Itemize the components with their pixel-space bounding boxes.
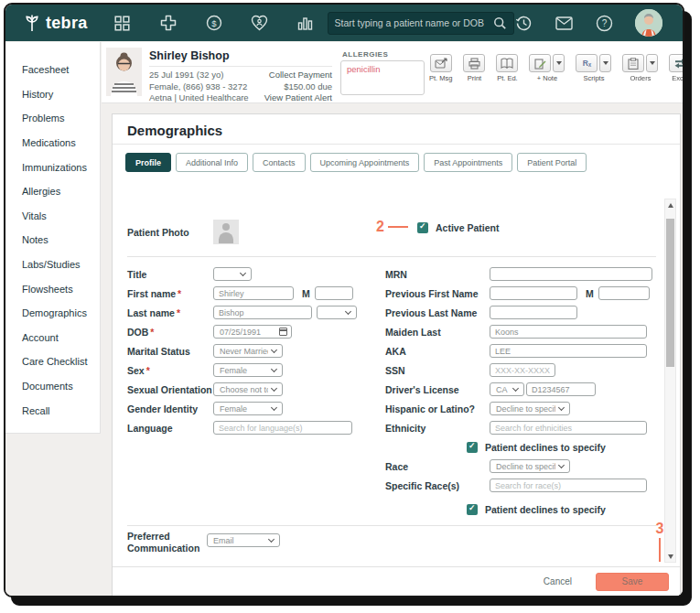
save-button[interactable]: Save (596, 573, 669, 591)
apps-grid-icon[interactable] (113, 14, 132, 32)
sidebar-item-documents[interactable]: Documents (5, 374, 100, 399)
view-patient-alert-link[interactable]: View Patient Alert (230, 92, 332, 104)
scrollbar-thumb[interactable] (666, 219, 674, 367)
demographics-tabs: Profile Additional Info Contacts Upcomin… (125, 153, 680, 172)
action-scripts: Rₓ Scripts (576, 54, 611, 82)
tab-contacts[interactable]: Contacts (253, 153, 306, 172)
middle-initial-input[interactable] (315, 286, 353, 300)
license-number-input[interactable] (526, 382, 596, 396)
photo-placeholder-person-icon[interactable] (213, 220, 239, 244)
first-name-input[interactable] (213, 286, 294, 300)
messages-envelope-icon[interactable] (555, 14, 573, 32)
sidebar-item-care-checklist[interactable]: Care Checklist (5, 350, 100, 374)
chevron-down-icon (271, 347, 277, 353)
sidebar-item-account[interactable]: Account (5, 326, 100, 350)
sidebar-item-immunizations[interactable]: Immunizations (5, 155, 100, 179)
sex-select[interactable]: Female (213, 363, 283, 377)
reports-bar-chart-icon[interactable] (296, 14, 315, 32)
chevron-down-icon (556, 61, 562, 65)
cancel-button[interactable]: Cancel (544, 576, 572, 586)
specific-races-input[interactable] (490, 479, 647, 492)
language-input[interactable] (213, 421, 352, 435)
suffix-select[interactable] (317, 306, 357, 319)
scripts-button[interactable]: Rₓ (576, 54, 598, 72)
help-question-icon[interactable]: ? (595, 14, 613, 32)
mrn-input[interactable] (490, 267, 652, 281)
pt-msg-button[interactable] (430, 54, 452, 72)
dob-input[interactable]: 07/25/1991 (213, 325, 292, 339)
patient-search-input[interactable] (335, 17, 493, 28)
race-declines-checkbox[interactable] (467, 504, 478, 515)
orders-button[interactable] (622, 54, 644, 72)
ssn-input[interactable] (490, 363, 555, 377)
ethnicity-input[interactable] (490, 421, 647, 435)
calendar-icon[interactable] (279, 328, 287, 336)
billing-dollar-icon[interactable]: $ (205, 14, 223, 32)
action-label: Orders (630, 74, 651, 82)
sidebar-item-facesheet[interactable]: Facesheet (5, 58, 100, 82)
patient-heart-icon[interactable] (251, 14, 269, 32)
form-scrollbar[interactable] (664, 199, 676, 563)
declines-label: Patient declines to specify (485, 504, 606, 515)
tab-past-appointments[interactable]: Past Appointments (424, 153, 512, 172)
sidebar-item-allergies[interactable]: Allergies (5, 179, 100, 204)
maiden-last-input[interactable] (490, 325, 647, 339)
scripts-dropdown[interactable] (599, 54, 611, 72)
aka-input[interactable] (490, 344, 647, 358)
previous-middle-initial-input[interactable] (598, 286, 650, 300)
sidebar-item-demographics[interactable]: Demographics (5, 301, 100, 326)
sexual-orientation-select[interactable]: Choose not to dis... (213, 382, 283, 396)
patient-photo-thumbnail[interactable] (106, 48, 142, 96)
sidebar-item-flowsheets[interactable]: Flowsheets (5, 276, 100, 301)
sidebar-item-labs-studies[interactable]: Labs/Studies (5, 253, 100, 277)
action-orders: Orders (622, 54, 658, 82)
sidebar-item-problems[interactable]: Problems (5, 106, 100, 131)
print-button[interactable] (463, 54, 485, 72)
sexual-orientation-label: Sexual Orientation (127, 384, 213, 395)
add-note-button[interactable] (529, 54, 551, 72)
allergy-item[interactable]: penicillin (347, 64, 380, 74)
history-clock-icon[interactable] (514, 14, 533, 32)
ethnicity-declines-row: Patient declines to specify (385, 437, 652, 457)
tab-additional-info[interactable]: Additional Info (176, 153, 248, 172)
sidebar-item-medications[interactable]: Medications (5, 131, 100, 156)
race-select[interactable]: Decline to specify (490, 459, 570, 473)
orders-dropdown[interactable] (646, 54, 658, 72)
hispanic-select[interactable]: Decline to specify (490, 402, 570, 415)
active-patient-checkbox[interactable] (417, 222, 428, 233)
previous-last-name-input[interactable] (490, 306, 577, 319)
tebra-logo[interactable]: tebra (24, 14, 88, 33)
tab-patient-portal[interactable]: Patient Portal (517, 153, 587, 172)
search-icon[interactable] (493, 16, 507, 30)
user-avatar[interactable] (635, 9, 662, 37)
sidebar-item-vitals[interactable]: Vitals (5, 204, 100, 229)
ethnicity-declines-checkbox[interactable] (467, 442, 478, 453)
annotation-step-2: 2 (376, 219, 408, 235)
tab-upcoming-appointments[interactable]: Upcoming Appointments (310, 153, 420, 172)
middle-initial-label: M (302, 288, 310, 299)
gender-identity-row: Gender Identity Female (127, 399, 380, 418)
add-patient-cross-icon[interactable] (159, 14, 178, 32)
patient-name[interactable]: Shirley Bishop (149, 49, 230, 62)
logo-wordmark: tebra (46, 14, 88, 33)
title-select[interactable] (213, 267, 252, 281)
pt-ed-button[interactable] (496, 54, 518, 72)
last-name-input[interactable] (213, 306, 312, 319)
hispanic-row: Hispanic or Latino? Decline to specify (385, 399, 652, 418)
add-note-dropdown[interactable] (553, 54, 565, 72)
scroll-up-arrow[interactable] (665, 199, 675, 210)
tab-profile[interactable]: Profile (125, 153, 171, 172)
collect-payment-link[interactable]: Collect Payment (230, 70, 332, 81)
gender-identity-select[interactable]: Female (213, 402, 283, 415)
drivers-license-label: Driver's License (385, 384, 490, 395)
marital-status-select[interactable]: Never Married (213, 344, 283, 358)
previous-first-name-input[interactable] (490, 286, 577, 300)
sidebar-item-notes[interactable]: Notes (5, 228, 100, 253)
exchange-button[interactable] (669, 54, 684, 72)
sidebar-item-history[interactable]: History (5, 82, 100, 107)
sidebar-item-recall[interactable]: Recall (5, 398, 100, 423)
preferred-communication-select[interactable]: Email (207, 533, 280, 547)
clipboard-icon (628, 58, 639, 70)
scroll-down-arrow[interactable] (665, 551, 675, 562)
license-state-select[interactable]: CA (490, 382, 524, 396)
